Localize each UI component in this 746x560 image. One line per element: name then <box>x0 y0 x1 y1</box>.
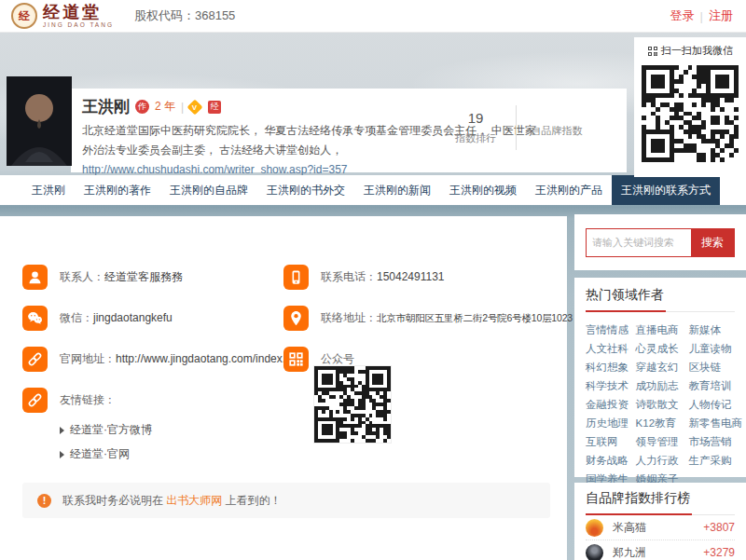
tab-products[interactable]: 王洪刚的产品 <box>526 175 612 205</box>
category-link[interactable]: 直播电商 <box>636 321 689 339</box>
avatar <box>586 544 603 560</box>
category-link[interactable]: 新媒体 <box>688 321 735 339</box>
category-link[interactable]: 人力行政 <box>636 451 689 470</box>
category-link[interactable]: K12教育 <box>636 414 689 432</box>
category-link[interactable]: 生产采购 <box>688 451 735 470</box>
friend-links-list: 经道堂·官方微博 经道堂·官网 <box>60 422 152 462</box>
search-box: 搜索 <box>586 228 735 257</box>
stat-brand-index[interactable]: 自品牌指数 <box>524 118 589 138</box>
ranking-row[interactable]: 米高猫 +3807 <box>586 515 735 540</box>
category-link[interactable]: 金融投资 <box>586 395 636 414</box>
wechat-panel-title: 扫一扫加我微信 <box>661 44 733 58</box>
search-button[interactable]: 搜索 <box>691 229 734 256</box>
stat-index-rank[interactable]: 19 指数排行 <box>443 110 508 145</box>
page: 经 经道堂 JING DAO TANG 股权代码：368155 登录 | 注册 … <box>0 0 746 560</box>
profile-url-link[interactable]: http://www.chushudashi.com/writer_show.a… <box>82 163 348 176</box>
stock-code: 股权代码：368155 <box>134 7 235 24</box>
notice-bar: ! 联系我时务必说明在 出书大师网 上看到的！ <box>22 483 550 518</box>
friend-link-weibo[interactable]: 经道堂·官方微博 <box>60 422 152 438</box>
author-badge-icon: 作 <box>135 100 149 114</box>
tab-news[interactable]: 王洪刚的新闻 <box>354 175 440 205</box>
tab-home[interactable]: 王洪刚 <box>22 175 75 205</box>
title-rule-accent <box>586 513 692 515</box>
category-link[interactable]: 区块链 <box>688 358 735 376</box>
website-link[interactable]: http://www.jingdaotang.com/index.html <box>116 352 307 365</box>
auth-separator: | <box>700 9 703 23</box>
category-link[interactable]: 市场营销 <box>688 432 735 451</box>
contact-phone-text: 联系电话：15042491131 <box>321 269 445 285</box>
category-link[interactable]: 新零售电商 <box>688 414 735 432</box>
chushudashi-link[interactable]: 出书大师网 <box>166 494 222 507</box>
ranking-title: 自品牌指数排行榜 <box>586 490 735 514</box>
tab-bar: 王洪刚 王洪刚的著作 王洪刚的自品牌 王洪刚的书外交 王洪刚的新闻 王洪刚的视频… <box>0 175 746 205</box>
stat-divider <box>516 105 517 150</box>
category-link[interactable]: 科学技术 <box>586 376 636 395</box>
category-link[interactable]: 心灵成长 <box>636 339 689 358</box>
profile-description-line2: 外治法专业委员会副主委， 古法经络大讲堂创始人， <box>82 141 492 160</box>
contact-address-text: 联络地址：北京市朝阳区五里桥二街2号院6号楼10层1023 <box>321 310 573 326</box>
tab-videos[interactable]: 王洪刚的视频 <box>440 175 526 205</box>
category-link[interactable]: 历史地理 <box>586 414 636 432</box>
stat-value: 19 <box>443 110 508 126</box>
wechat-qr-code <box>642 65 739 162</box>
title-rule-accent <box>586 310 666 312</box>
wechat-qr-panel: 扫一扫加我微信 <box>634 37 746 177</box>
profile-card: 王洪刚 作 2 年 | V 经 北京经道堂国际中医药研究院院长， 华夏古法经络传… <box>71 89 627 172</box>
profile-photo <box>7 76 72 166</box>
search-card: 搜索 <box>574 214 746 270</box>
link-icon <box>22 388 48 413</box>
category-link[interactable]: 儿童读物 <box>688 339 735 358</box>
hot-authors-title: 热门领域作者 <box>586 287 735 311</box>
exclamation-icon: ! <box>37 494 51 508</box>
top-header: 经 经道堂 JING DAO TANG 股权代码：368155 登录 | 注册 <box>0 0 746 33</box>
contact-website-row: 官网地址：http://www.jingdaotang.com/index.ht… <box>22 347 307 372</box>
stat-label: 指数排行 <box>443 131 508 145</box>
auth-links: 登录 | 注册 <box>670 7 733 24</box>
category-link[interactable]: 教育培训 <box>688 376 735 395</box>
brand-name-cn: 经道堂 <box>43 4 114 20</box>
category-link[interactable]: 人物传记 <box>688 395 735 414</box>
title-rule <box>586 311 735 312</box>
profile-name: 王洪刚 <box>82 96 130 117</box>
public-account-qr-code <box>313 365 392 444</box>
category-link[interactable]: 科幻想象 <box>586 358 636 376</box>
contact-address-row: 联络地址：北京市朝阳区五里桥二街2号院6号楼10层1023 <box>283 306 573 331</box>
category-link[interactable]: 领导管理 <box>636 432 689 451</box>
profile-years: 2 年 <box>155 99 175 115</box>
register-link[interactable]: 注册 <box>709 7 733 24</box>
category-link[interactable]: 互联网 <box>586 432 636 451</box>
contact-wechat-row: 微信：jingdaotangkefu <box>22 306 173 331</box>
tab-book-diplomacy[interactable]: 王洪刚的书外交 <box>257 175 354 205</box>
brand-logo[interactable]: 经 经道堂 JING DAO TANG <box>11 3 114 29</box>
category-link[interactable]: 诗歌散文 <box>636 395 689 414</box>
link-icon <box>22 347 48 372</box>
contact-phone-row: 联系电话：15042491131 <box>283 265 445 290</box>
category-link[interactable]: 人文社科 <box>586 339 636 358</box>
contact-card: 联系人：经道堂客服務務 微信：jingdaotangkefu 官网地址：http… <box>0 216 567 560</box>
qr-icon <box>283 347 309 372</box>
tab-contact-active[interactable]: 王洪刚的联系方式 <box>612 175 720 205</box>
category-link[interactable]: 言情情感 <box>586 321 636 339</box>
login-link[interactable]: 登录 <box>670 7 695 24</box>
category-link[interactable]: 成功励志 <box>636 376 689 395</box>
search-input[interactable] <box>587 229 691 256</box>
friend-links-section: 友情链接： 经道堂·官方微博 经道堂·官网 <box>22 388 152 471</box>
tab-self-brand[interactable]: 王洪刚的自品牌 <box>160 175 257 205</box>
wechat-panel-title-row: 扫一扫加我微信 <box>634 44 746 58</box>
phone-icon <box>283 265 309 290</box>
tab-books[interactable]: 王洪刚的著作 <box>75 175 160 205</box>
contact-person-row: 联系人：经道堂客服務務 <box>22 265 183 290</box>
contact-person-text: 联系人：经道堂客服務務 <box>60 269 183 285</box>
category-link[interactable]: 财务战略 <box>586 451 636 470</box>
friend-link-website[interactable]: 经道堂·官网 <box>60 446 152 462</box>
qr-mini-icon <box>647 46 658 57</box>
brand-name-en: JING DAO TANG <box>43 22 114 29</box>
hot-authors-card: 热门领域作者 言情情感 直播电商 新媒体 人文社科 心灵成长 儿童读物 科幻想象… <box>574 278 746 477</box>
category-link[interactable]: 穿越玄幻 <box>636 358 689 376</box>
seal-logo-icon: 经 <box>11 3 37 29</box>
stat-label: 自品牌指数 <box>524 124 589 138</box>
profile-stats: 19 指数排行 自品牌指数 <box>443 105 589 150</box>
avatar <box>586 519 603 537</box>
ranking-row[interactable]: 郑九洲 +3279 <box>586 540 735 560</box>
arrow-icon <box>60 451 64 458</box>
